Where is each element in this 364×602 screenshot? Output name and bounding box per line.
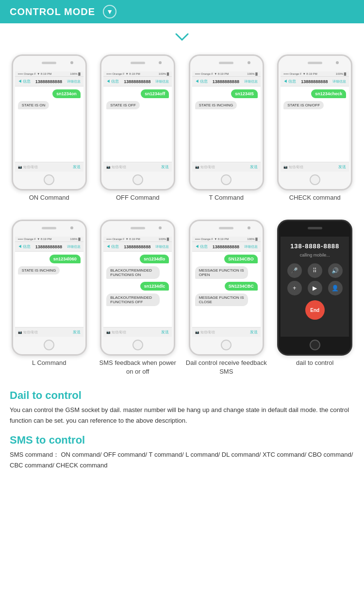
mute-btn[interactable]: 🎤 bbox=[287, 263, 302, 278]
cmd-sms-label: SMS feedback when power on or off bbox=[97, 359, 179, 376]
section-chevron-icon bbox=[0, 23, 364, 50]
sms-body-t: sn1234t5 STATE IS INCHING bbox=[192, 86, 261, 162]
recv-bubble-l: STATE IS INCHING bbox=[18, 266, 60, 275]
recv-bubble-check: STATE IS ON/OFF bbox=[283, 101, 324, 109]
phone-grid-row2: ••••• Orange F ▼ 8:19 PM 100% ▓ ◀ 信息 138… bbox=[0, 215, 364, 356]
home-btn bbox=[44, 174, 54, 185]
sent-bubble-l: sn1234l060 bbox=[50, 255, 81, 263]
sent-bubble-cbc: SN1234CBC bbox=[225, 282, 258, 291]
speaker bbox=[219, 227, 233, 229]
cmd-dail-label: Dail control receive feedback SMS bbox=[185, 359, 267, 376]
sms-header: ◀ 信息 13888888888 详细信息 bbox=[192, 242, 261, 252]
recv-bubble-cbc: MESSAGE FUNCTION IS CLOSE bbox=[195, 293, 248, 306]
screen-sms: ••••• Orange F ▼ 8:19 PM 100% ▓ ◀ 信息 138… bbox=[103, 237, 172, 337]
phone-call-wrapper: 138-8888-8888 calling mobile... 🎤 ⠿ 🔊 + … bbox=[274, 220, 356, 356]
screen-check: ••••• Orange F ▼ 8:19 PM 100% ▓ ◀ 信息 138… bbox=[281, 71, 349, 172]
phone-grid-row1: ••••• Orange F ▼ 8:19 PM 100% ▓ ◀ 信息 138… bbox=[0, 50, 364, 190]
phone-check-wrapper: ••••• Orange F ▼ 8:19 PM 100% ▓ ◀ 信息 138… bbox=[274, 54, 356, 190]
speaker bbox=[42, 62, 56, 64]
camera bbox=[70, 61, 73, 64]
sms-footer: 📷 短信/彩信 发送 bbox=[192, 162, 261, 172]
screen-cbo: ••••• Orange F ▼ 8:19 PM 100% ▓ ◀ 信息 138… bbox=[192, 237, 261, 337]
sms-body-cbo: SN1234CBO MESSAGE FUNCTION IS OPEN SN123… bbox=[192, 252, 261, 327]
header-chevron-icon: ▼ bbox=[103, 5, 116, 18]
call-buttons-bottom: + ▶ 👤 bbox=[287, 281, 343, 295]
camera bbox=[248, 61, 250, 64]
sms-header: ◀ 信息 13888888888 详细信息 bbox=[103, 242, 172, 252]
sent-bubble-check: sn1234check bbox=[311, 89, 346, 98]
home-btn bbox=[221, 174, 232, 185]
status-bar: ••••• Orange F ▼ 8:19 PM 100% ▓ bbox=[103, 71, 172, 77]
sms-body-l: sn1234l060 STATE IS INCHING bbox=[15, 252, 83, 327]
speaker bbox=[308, 227, 322, 229]
sms-body-on: sn1234on STATE IS ON bbox=[15, 86, 83, 162]
call-status: calling mobile... bbox=[300, 253, 330, 258]
phone-l: ••••• Orange F ▼ 8:19 PM 100% ▓ ◀ 信息 138… bbox=[12, 220, 87, 356]
speaker bbox=[219, 62, 233, 64]
sms-body: SMS command： ON command/ OFF command/ T … bbox=[10, 449, 354, 471]
sms-footer: 📷 短信/彩信 发送 bbox=[192, 327, 261, 337]
screen-on: ••••• Orange F ▼ 8:19 PM 100% ▓ ◀ 信息 138… bbox=[15, 71, 83, 172]
sms-body-sms: sn1234dlo BLACKOUTREMINDED FUNCTIONIS ON… bbox=[103, 252, 172, 327]
phone-on: ••••• Orange F ▼ 8:19 PM 100% ▓ ◀ 信息 138… bbox=[12, 54, 87, 190]
cmd-dail2-label: dail to control bbox=[274, 359, 356, 376]
sent-bubble-on: sn1234on bbox=[52, 89, 81, 98]
sms-header: ◀ 信息 13888888888 详细信息 bbox=[15, 77, 83, 86]
recv-bubble-t: STATE IS INCHING bbox=[195, 101, 237, 109]
phone-t-wrapper: ••••• Orange F ▼ 8:19 PM 100% ▓ ◀ 信息 138… bbox=[185, 54, 267, 190]
camera bbox=[159, 226, 162, 229]
sms-footer: 📷 短信/彩信 发送 bbox=[103, 162, 172, 172]
sms-footer: 📷 短信/彩信 发送 bbox=[281, 162, 349, 172]
dail-body: You can control the GSM socket by dail. … bbox=[10, 405, 354, 426]
home-btn bbox=[44, 340, 54, 350]
cmd-off-label: OFF Command bbox=[97, 193, 179, 202]
status-bar: ••••• Orange F ▼ 8:19 PM 100% ▓ bbox=[15, 71, 83, 77]
sent-bubble-off: sn1234off bbox=[141, 89, 169, 98]
phone-sms-wrapper: ••••• Orange F ▼ 8:19 PM 100% ▓ ◀ 信息 138… bbox=[97, 220, 179, 356]
recv-bubble-dlc: BLACKOUTREMINDED FUNCTIONIS OFF bbox=[106, 293, 160, 306]
screen-off: ••••• Orange F ▼ 8:19 PM 100% ▓ ◀ 信息 138… bbox=[103, 71, 172, 172]
speaker bbox=[42, 227, 56, 229]
status-bar: ••••• Orange F ▼ 8:19 PM 100% ▓ bbox=[103, 237, 172, 242]
recv-bubble-dlo: BLACKOUTREMINDED FUNCTIONIS ON bbox=[106, 266, 160, 279]
sms-footer: 📷 短信/彩信 发送 bbox=[15, 327, 83, 337]
sms-heading: SMS to control bbox=[10, 434, 354, 447]
home-btn bbox=[132, 340, 143, 350]
cmd-check-label: CHECK command bbox=[274, 193, 356, 202]
phone-off-wrapper: ••••• Orange F ▼ 8:19 PM 100% ▓ ◀ 信息 138… bbox=[97, 54, 179, 190]
call-screen: 138-8888-8888 calling mobile... 🎤 ⠿ 🔊 + … bbox=[281, 237, 349, 337]
sent-bubble-dlo: sn1234dlo bbox=[140, 255, 169, 263]
sms-header: ◀ 信息 13888888888 详细信息 bbox=[281, 77, 349, 86]
sms-header: ◀ 信息 13888888888 详细信息 bbox=[15, 242, 83, 252]
camera bbox=[336, 61, 339, 64]
screen-l: ••••• Orange F ▼ 8:19 PM 100% ▓ ◀ 信息 138… bbox=[15, 237, 83, 337]
command-labels-row1: ON Command OFF Command T Command CHECK c… bbox=[0, 190, 364, 210]
phone-cbo: ••••• Orange F ▼ 8:19 PM 100% ▓ ◀ 信息 138… bbox=[189, 220, 264, 356]
recv-bubble-off: STATE IS OFF bbox=[106, 101, 140, 109]
phone-sms: ••••• Orange F ▼ 8:19 PM 100% ▓ ◀ 信息 138… bbox=[100, 220, 175, 356]
camera bbox=[159, 61, 162, 64]
contacts-btn[interactable]: 👤 bbox=[328, 281, 343, 295]
home-btn bbox=[310, 340, 320, 350]
phone-cbo-wrapper: ••••• Orange F ▼ 8:19 PM 100% ▓ ◀ 信息 138… bbox=[185, 220, 267, 356]
sent-bubble-cbo: SN1234CBO bbox=[224, 255, 258, 263]
keypad-btn[interactable]: ⠿ bbox=[308, 263, 322, 278]
cmd-on-label: ON Command bbox=[8, 193, 90, 202]
phone-on-wrapper: ••••• Orange F ▼ 8:19 PM 100% ▓ ◀ 信息 138… bbox=[8, 54, 90, 190]
cmd-t-label: T Command bbox=[185, 193, 267, 202]
phone-l-wrapper: ••••• Orange F ▼ 8:19 PM 100% ▓ ◀ 信息 138… bbox=[8, 220, 90, 356]
call-number: 138-8888-8888 bbox=[290, 242, 339, 250]
speaker-btn[interactable]: 🔊 bbox=[328, 263, 343, 278]
sms-footer: 📷 短信/彩信 发送 bbox=[103, 327, 172, 337]
camera bbox=[70, 226, 73, 229]
phone-check: ••••• Orange F ▼ 8:19 PM 100% ▓ ◀ 信息 138… bbox=[277, 54, 352, 190]
home-btn bbox=[221, 340, 232, 350]
call-buttons-top: 🎤 ⠿ 🔊 bbox=[287, 263, 343, 278]
video-btn[interactable]: ▶ bbox=[308, 281, 322, 295]
header: CONTROL MODE ▼ bbox=[0, 0, 364, 23]
end-call-btn[interactable]: End bbox=[305, 300, 325, 320]
status-bar: ••••• Orange F ▼ 8:19 PM 100% ▓ bbox=[15, 237, 83, 242]
speaker bbox=[308, 62, 322, 64]
dail-section: Dail to control You can control the GSM … bbox=[0, 384, 364, 429]
add-call-btn[interactable]: + bbox=[287, 281, 302, 295]
